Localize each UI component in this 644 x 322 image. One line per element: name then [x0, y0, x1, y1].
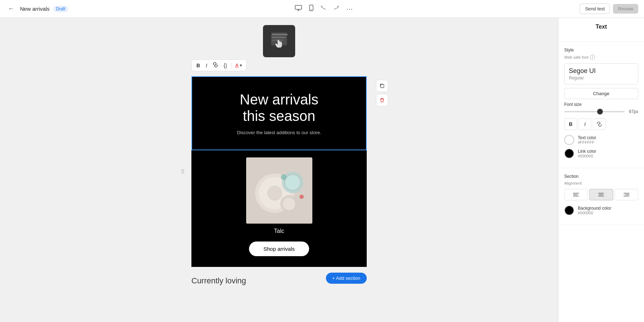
web-safe-font-label: Web safe font i — [564, 55, 638, 60]
back-button[interactable]: ← — [6, 4, 16, 14]
svg-point-13 — [268, 186, 282, 200]
heading-line2: this season — [243, 108, 315, 124]
canvas-area: ═══════ ══════ ═════ B I — [0, 18, 558, 322]
email-block-wrapper: ⠿ New arrivals this season Discover the … — [191, 76, 367, 267]
toolbar-variable-button[interactable]: {} — [221, 62, 229, 69]
toolbar-italic-button[interactable]: I — [203, 62, 210, 69]
toolbar-bold-button[interactable]: B — [194, 62, 203, 69]
format-bold-button[interactable]: B — [564, 118, 577, 130]
align-center-button[interactable] — [589, 189, 613, 200]
redo-button[interactable] — [331, 4, 341, 14]
alignment-row — [564, 189, 638, 200]
align-left-icon — [573, 192, 579, 197]
toolbar-color-dropdown[interactable]: A ▾ — [233, 62, 244, 69]
main-layout: ═══════ ══════ ═════ B I — [0, 18, 644, 322]
mobile-icon — [309, 5, 313, 11]
svg-point-18 — [281, 174, 287, 180]
info-icon[interactable]: i — [590, 55, 595, 60]
font-style-display: Regular — [569, 75, 634, 80]
font-selector[interactable]: Segoe UI Regular — [564, 63, 638, 84]
format-link-icon — [597, 122, 602, 127]
panel-section-section: Section Alignment — [558, 168, 644, 225]
font-name-display: Segoe UI — [569, 67, 634, 75]
svg-point-15 — [285, 175, 301, 190]
align-right-icon — [624, 192, 629, 197]
format-italic-button[interactable]: I — [579, 118, 591, 130]
currently-loving-label: Currently loving — [191, 276, 246, 286]
svg-rect-20 — [381, 84, 384, 88]
add-section-label: + Add section — [332, 275, 360, 281]
desktop-view-button[interactable] — [293, 4, 304, 14]
svg-rect-0 — [295, 5, 302, 9]
page-title: New arrivals — [20, 6, 50, 12]
text-color-info: Text color #FFFFFF — [578, 135, 596, 145]
svg-point-19 — [299, 195, 304, 199]
product-svg — [246, 157, 312, 224]
product-image — [246, 157, 312, 224]
toolbar-divider — [231, 62, 231, 69]
panel-title: Text — [564, 24, 638, 30]
undo-icon — [321, 5, 326, 11]
copy-block-button[interactable] — [376, 80, 388, 92]
drag-handle[interactable]: ⠿ — [181, 168, 185, 175]
align-left-button[interactable] — [564, 189, 588, 200]
bg-color-row: Background color #000000 — [564, 205, 638, 215]
desktop-icon — [295, 5, 302, 11]
align-right-button[interactable] — [615, 189, 638, 200]
font-size-label: Font size — [564, 102, 638, 107]
style-label: Style — [564, 48, 638, 53]
hand-icon: ═══════ ══════ ═════ — [268, 30, 290, 52]
email-header-icon: ═══════ ══════ ═════ — [263, 25, 295, 57]
alignment-label: Alignment — [564, 181, 638, 185]
svg-point-17 — [283, 197, 296, 210]
more-options-button[interactable]: ⋯ — [344, 4, 355, 14]
block-actions — [376, 80, 388, 106]
font-size-row: 67px — [564, 109, 638, 114]
undo-button[interactable] — [318, 4, 328, 14]
editor-toolbar: B I {} A ▾ — [191, 59, 247, 71]
topbar-center: ⋯ — [293, 3, 355, 14]
svg-point-4 — [311, 9, 312, 10]
toolbar-link-button[interactable] — [210, 61, 220, 69]
text-color-row: Text color #FFFFFF — [564, 135, 638, 145]
heading-line1: New arrivals — [240, 92, 318, 107]
email-product-section: Talc Shop arrivals — [191, 150, 367, 267]
email-subtext: Discover the latest additions to our sto… — [203, 130, 355, 135]
draft-badge: Draft — [53, 6, 68, 12]
mobile-view-button[interactable] — [307, 3, 316, 14]
text-color-swatch[interactable] — [564, 135, 574, 145]
panel-title-section: Text — [558, 18, 644, 42]
add-section-button[interactable]: + Add section — [326, 273, 367, 284]
link-color-info: Link color #000000 — [578, 149, 596, 158]
bg-color-swatch[interactable] — [564, 205, 574, 215]
bg-color-info: Background color #000000 — [578, 206, 611, 215]
format-link-button[interactable] — [593, 118, 606, 130]
redo-icon — [333, 5, 339, 11]
delete-icon — [380, 98, 385, 103]
topbar-left: ← New arrivals Draft — [6, 4, 68, 14]
link-color-swatch[interactable] — [564, 148, 574, 158]
align-center-icon — [598, 192, 604, 197]
delete-block-button[interactable] — [376, 94, 388, 106]
panel-style-section: Style Web safe font i Segoe UI Regular C… — [558, 42, 644, 168]
topbar-right: Send test Review — [580, 4, 638, 14]
review-button[interactable]: Review — [613, 4, 638, 14]
email-hero-section: New arrivals this season Discover the la… — [191, 76, 367, 150]
email-heading: New arrivals this season — [203, 91, 355, 124]
copy-icon — [380, 83, 385, 88]
color-a-label: A — [235, 63, 238, 68]
dropdown-chevron: ▾ — [240, 63, 242, 68]
svg-text:═════: ═════ — [272, 38, 284, 42]
section-label: Section — [564, 174, 638, 179]
shop-arrivals-button[interactable]: Shop arrivals — [249, 241, 309, 256]
right-panel: Text Style Web safe font i Segoe UI Regu… — [558, 18, 644, 322]
product-name: Talc — [202, 228, 356, 234]
change-font-button[interactable]: Change — [564, 88, 638, 99]
send-test-button[interactable]: Send test — [580, 4, 610, 14]
font-size-value: 67px — [628, 109, 638, 114]
format-row: B I — [564, 118, 638, 130]
font-size-slider[interactable] — [564, 111, 625, 112]
svg-line-9 — [215, 64, 216, 65]
link-icon — [213, 62, 218, 67]
topbar: ← New arrivals Draft — [0, 0, 644, 18]
